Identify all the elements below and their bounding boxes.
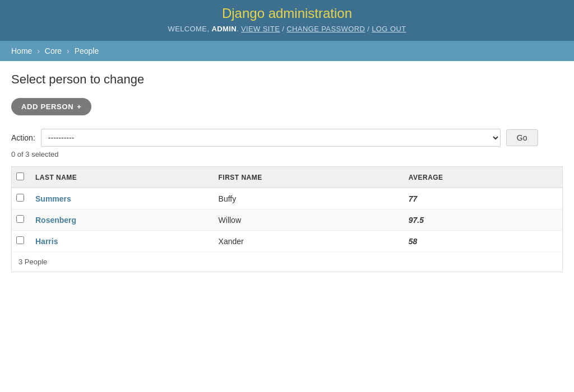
breadcrumb-home[interactable]: Home — [11, 46, 32, 55]
selected-count: 0 of 3 selected — [11, 150, 563, 158]
page-title: Select person to change — [11, 72, 563, 87]
breadcrumb-current: People — [75, 46, 99, 55]
cell-average-2: 58 — [402, 231, 563, 252]
row-checkbox-2[interactable] — [16, 236, 24, 244]
cell-last-name-0: Summers — [29, 188, 212, 209]
admin-label: ADMIN — [211, 25, 237, 33]
action-label: Action: — [11, 133, 35, 142]
table-row: Summers Buffy 77 — [12, 188, 563, 209]
header: Django administration WELCOME, ADMIN. VI… — [0, 0, 574, 41]
cell-first-name-1: Willow — [212, 209, 402, 231]
view-site-link[interactable]: VIEW SITE — [241, 25, 280, 33]
cell-first-name-0: Buffy — [212, 188, 402, 209]
add-person-icon: + — [77, 102, 81, 111]
result-footer: 3 People — [11, 252, 563, 272]
log-out-link[interactable]: LOG OUT — [372, 25, 406, 33]
site-title: Django administration — [11, 6, 563, 21]
col-header-average[interactable]: AVERAGE — [402, 167, 563, 188]
action-bar: Action: ---------- Go — [11, 129, 563, 147]
table-header-row: LAST NAME FIRST NAME AVERAGE — [12, 167, 563, 188]
add-person-label: ADD PERSON — [21, 102, 73, 111]
action-select[interactable]: ---------- — [41, 129, 501, 147]
person-link-0[interactable]: Summers — [35, 194, 71, 203]
cell-last-name-2: Harris — [29, 231, 212, 252]
breadcrumb-sep-1: › — [37, 46, 40, 55]
row-checkbox-1[interactable] — [16, 215, 24, 223]
col-header-last-name[interactable]: LAST NAME — [29, 167, 212, 188]
cell-average-0: 77 — [402, 188, 563, 209]
table-row: Rosenberg Willow 97.5 — [12, 209, 563, 231]
row-checkbox-0[interactable] — [16, 194, 24, 202]
col-header-first-name[interactable]: FIRST NAME — [212, 167, 402, 188]
row-checkbox-cell — [12, 209, 29, 231]
main-content: Select person to change ADD PERSON + Act… — [0, 61, 574, 283]
select-all-checkbox[interactable] — [16, 172, 24, 180]
table-row: Harris Xander 58 — [12, 231, 563, 252]
person-link-2[interactable]: Harris — [35, 237, 58, 246]
change-password-link[interactable]: CHANGE PASSWORD — [286, 25, 365, 33]
add-person-button[interactable]: ADD PERSON + — [11, 98, 91, 115]
results-table: LAST NAME FIRST NAME AVERAGE Summers Buf… — [11, 166, 563, 252]
go-button[interactable]: Go — [506, 129, 538, 146]
user-info: WELCOME, ADMIN. VIEW SITE / CHANGE PASSW… — [11, 25, 563, 33]
breadcrumb-sep-2: › — [67, 46, 70, 55]
breadcrumb-core[interactable]: Core — [45, 46, 62, 55]
cell-average-1: 97.5 — [402, 209, 563, 231]
row-checkbox-cell — [12, 188, 29, 209]
welcome-text: WELCOME, — [168, 25, 210, 33]
col-header-checkbox — [12, 167, 29, 188]
row-checkbox-cell — [12, 231, 29, 252]
breadcrumb: Home › Core › People — [0, 41, 574, 61]
cell-last-name-1: Rosenberg — [29, 209, 212, 231]
person-link-1[interactable]: Rosenberg — [35, 216, 76, 225]
cell-first-name-2: Xander — [212, 231, 402, 252]
